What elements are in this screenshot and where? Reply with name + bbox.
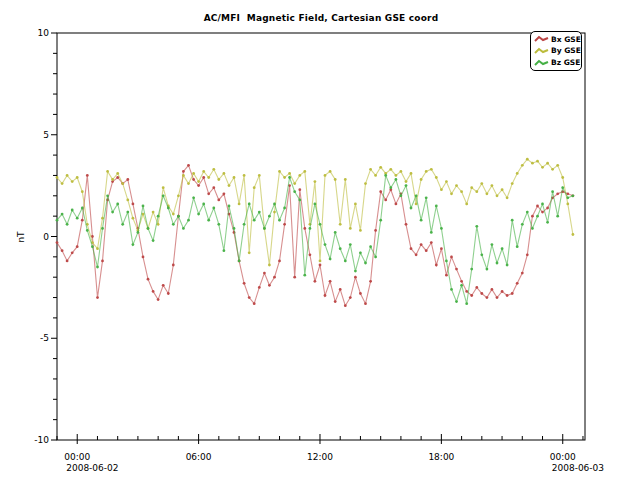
legend-label-by: By GSE bbox=[551, 47, 581, 55]
x-axis-tick-labels: 00:002008-06-0206:0012:0018:0000:002008-… bbox=[64, 452, 604, 473]
plot-area: 00:002008-06-0206:0012:0018:0000:002008-… bbox=[0, 0, 640, 480]
legend-row-by: By GSE bbox=[534, 46, 580, 57]
legend-row-bx: Bx GSE bbox=[534, 34, 580, 45]
svg-text:-5: -5 bbox=[40, 333, 49, 343]
legend: Bx GSE By GSE Bz GSE bbox=[530, 31, 582, 71]
legend-label-bz: Bz GSE bbox=[551, 59, 580, 67]
legend-label-bx: Bx GSE bbox=[551, 36, 581, 44]
bz-line-swatch-icon bbox=[534, 59, 549, 67]
y-axis-tick-labels: -10-50510 bbox=[34, 28, 49, 445]
by-line-swatch-icon bbox=[534, 47, 549, 55]
svg-text:00:00: 00:00 bbox=[64, 452, 90, 462]
svg-text:00:00: 00:00 bbox=[550, 452, 576, 462]
svg-text:-10: -10 bbox=[34, 435, 49, 445]
svg-text:2008-06-02: 2008-06-02 bbox=[66, 463, 118, 473]
svg-text:18:00: 18:00 bbox=[428, 452, 454, 462]
legend-row-bz: Bz GSE bbox=[534, 57, 580, 68]
plot-window: AC/MFI Magnetic Field, Cartesian GSE coo… bbox=[0, 0, 640, 480]
svg-text:06:00: 06:00 bbox=[186, 452, 212, 462]
svg-text:2008-06-03: 2008-06-03 bbox=[552, 463, 604, 473]
x-axis-ticks bbox=[57, 434, 583, 444]
bx-line-swatch-icon bbox=[534, 35, 549, 43]
series-by-gse bbox=[56, 158, 575, 267]
svg-text:0: 0 bbox=[43, 232, 49, 242]
svg-text:5: 5 bbox=[43, 130, 49, 140]
svg-text:10: 10 bbox=[38, 28, 50, 38]
y-axis-ticks bbox=[51, 33, 57, 440]
svg-text:12:00: 12:00 bbox=[307, 452, 333, 462]
